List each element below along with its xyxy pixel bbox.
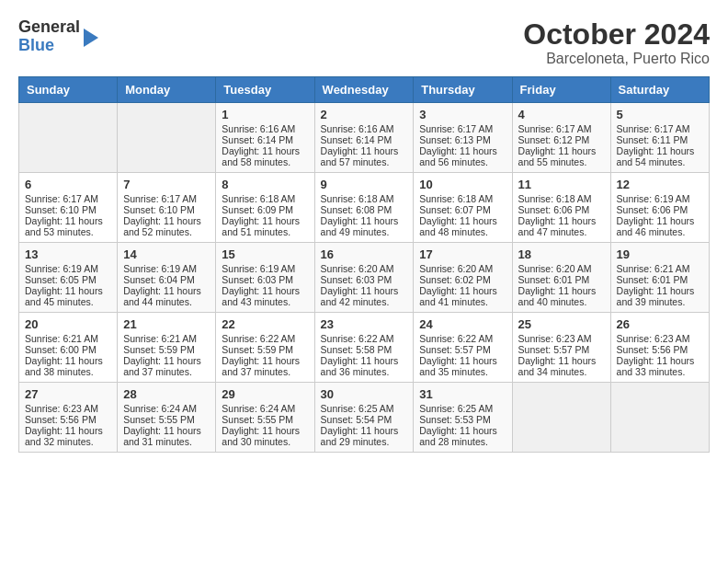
table-row: 9Sunrise: 6:18 AMSunset: 6:08 PMDaylight… [314,173,414,243]
day-number: 18 [518,247,605,261]
sunset-text: Sunset: 6:07 PM [419,204,491,215]
table-row: 29Sunrise: 6:24 AMSunset: 5:55 PMDayligh… [216,383,314,453]
sunrise-text: Sunrise: 6:18 AM [222,193,295,204]
sunrise-text: Sunrise: 6:19 AM [222,263,295,274]
sunset-text: Sunset: 6:10 PM [25,204,97,215]
table-row: 20Sunrise: 6:21 AMSunset: 6:00 PMDayligh… [19,313,118,383]
col-wednesday: Wednesday [314,77,414,103]
table-row [19,103,118,173]
sunset-text: Sunset: 6:11 PM [617,134,688,145]
daylight-text: Daylight: 11 hours and 29 minutes. [321,425,399,447]
day-number: 25 [518,317,605,331]
daylight-text: Daylight: 11 hours and 34 minutes. [518,355,597,377]
sunset-text: Sunset: 6:03 PM [321,274,392,285]
logo-arrow-icon [84,29,98,47]
table-row: 8Sunrise: 6:18 AMSunset: 6:09 PMDaylight… [216,173,314,243]
logo: General Blue [18,18,98,55]
table-row: 22Sunrise: 6:22 AMSunset: 5:59 PMDayligh… [216,313,314,383]
logo-text: General Blue [18,18,80,55]
day-number: 26 [617,317,703,331]
table-row: 19Sunrise: 6:21 AMSunset: 6:01 PMDayligh… [610,243,709,313]
day-number: 22 [222,317,308,331]
sunset-text: Sunset: 5:56 PM [25,414,97,425]
col-tuesday: Tuesday [216,77,314,103]
daylight-text: Daylight: 11 hours and 51 minutes. [222,215,300,237]
daylight-text: Daylight: 11 hours and 40 minutes. [518,285,597,307]
sunrise-text: Sunrise: 6:17 AM [25,193,98,204]
sunset-text: Sunset: 5:53 PM [419,414,491,425]
col-saturday: Saturday [610,77,709,103]
sunrise-text: Sunrise: 6:18 AM [419,193,493,204]
sunrise-text: Sunrise: 6:22 AM [321,333,394,344]
sunset-text: Sunset: 6:14 PM [321,134,392,145]
sunset-text: Sunset: 6:10 PM [123,204,195,215]
day-number: 7 [123,178,210,191]
sunrise-text: Sunrise: 6:17 AM [419,123,493,134]
calendar-header-row: Sunday Monday Tuesday Wednesday Thursday… [19,77,710,103]
day-number: 14 [123,247,210,261]
sunrise-text: Sunrise: 6:16 AM [321,123,394,134]
sunset-text: Sunset: 6:08 PM [321,204,392,215]
table-row: 7Sunrise: 6:17 AMSunset: 6:10 PMDaylight… [118,173,216,243]
sunset-text: Sunset: 5:55 PM [123,414,195,425]
sunset-text: Sunset: 5:59 PM [222,344,293,355]
table-row: 25Sunrise: 6:23 AMSunset: 5:57 PMDayligh… [512,313,610,383]
daylight-text: Daylight: 11 hours and 43 minutes. [222,285,300,307]
day-number: 27 [25,387,111,401]
sunrise-text: Sunrise: 6:21 AM [25,333,98,344]
daylight-text: Daylight: 11 hours and 45 minutes. [25,285,103,307]
table-row [610,383,709,453]
table-row: 14Sunrise: 6:19 AMSunset: 6:04 PMDayligh… [118,243,216,313]
daylight-text: Daylight: 11 hours and 36 minutes. [321,355,399,377]
table-row: 27Sunrise: 6:23 AMSunset: 5:56 PMDayligh… [19,383,118,453]
calendar-week-row: 13Sunrise: 6:19 AMSunset: 6:05 PMDayligh… [19,243,710,313]
daylight-text: Daylight: 11 hours and 37 minutes. [222,355,300,377]
sunset-text: Sunset: 5:56 PM [617,344,688,355]
col-sunday: Sunday [19,77,118,103]
daylight-text: Daylight: 11 hours and 56 minutes. [419,145,497,167]
table-row: 15Sunrise: 6:19 AMSunset: 6:03 PMDayligh… [216,243,314,313]
day-number: 2 [321,108,408,121]
day-number: 4 [518,108,605,121]
day-number: 1 [222,108,308,121]
sunset-text: Sunset: 6:02 PM [419,274,491,285]
daylight-text: Daylight: 11 hours and 46 minutes. [617,215,695,237]
table-row: 2Sunrise: 6:16 AMSunset: 6:14 PMDaylight… [314,103,414,173]
calendar-table: Sunday Monday Tuesday Wednesday Thursday… [18,76,710,453]
sunrise-text: Sunrise: 6:21 AM [123,333,197,344]
day-number: 24 [419,317,506,331]
table-row: 5Sunrise: 6:17 AMSunset: 6:11 PMDaylight… [610,103,709,173]
sunset-text: Sunset: 6:12 PM [518,134,590,145]
calendar-week-row: 1Sunrise: 6:16 AMSunset: 6:14 PMDaylight… [19,103,710,173]
daylight-text: Daylight: 11 hours and 35 minutes. [419,355,497,377]
sunrise-text: Sunrise: 6:17 AM [123,193,197,204]
calendar-subtitle: Barceloneta, Puerto Rico [523,51,710,67]
day-number: 12 [617,178,703,191]
sunset-text: Sunset: 5:54 PM [321,414,392,425]
table-row: 18Sunrise: 6:20 AMSunset: 6:01 PMDayligh… [512,243,610,313]
day-number: 28 [123,387,210,401]
col-monday: Monday [118,77,216,103]
day-number: 13 [25,247,111,261]
day-number: 11 [518,178,605,191]
table-row: 1Sunrise: 6:16 AMSunset: 6:14 PMDaylight… [216,103,314,173]
sunset-text: Sunset: 6:06 PM [518,204,590,215]
table-row [118,103,216,173]
sunrise-text: Sunrise: 6:16 AM [222,123,295,134]
sunrise-text: Sunrise: 6:23 AM [617,333,690,344]
calendar-title: October 2024 [523,18,710,51]
table-row: 13Sunrise: 6:19 AMSunset: 6:05 PMDayligh… [19,243,118,313]
calendar-week-row: 27Sunrise: 6:23 AMSunset: 5:56 PMDayligh… [19,383,710,453]
daylight-text: Daylight: 11 hours and 31 minutes. [123,425,201,447]
sunrise-text: Sunrise: 6:19 AM [25,263,98,274]
sunrise-text: Sunrise: 6:24 AM [222,403,295,414]
sunset-text: Sunset: 5:59 PM [123,344,195,355]
sunrise-text: Sunrise: 6:23 AM [25,403,98,414]
daylight-text: Daylight: 11 hours and 39 minutes. [617,285,695,307]
day-number: 31 [419,387,506,401]
sunset-text: Sunset: 6:01 PM [617,274,688,285]
title-block: October 2024 Barceloneta, Puerto Rico [523,18,710,67]
day-number: 17 [419,247,506,261]
sunrise-text: Sunrise: 6:19 AM [123,263,197,274]
day-number: 29 [222,387,308,401]
